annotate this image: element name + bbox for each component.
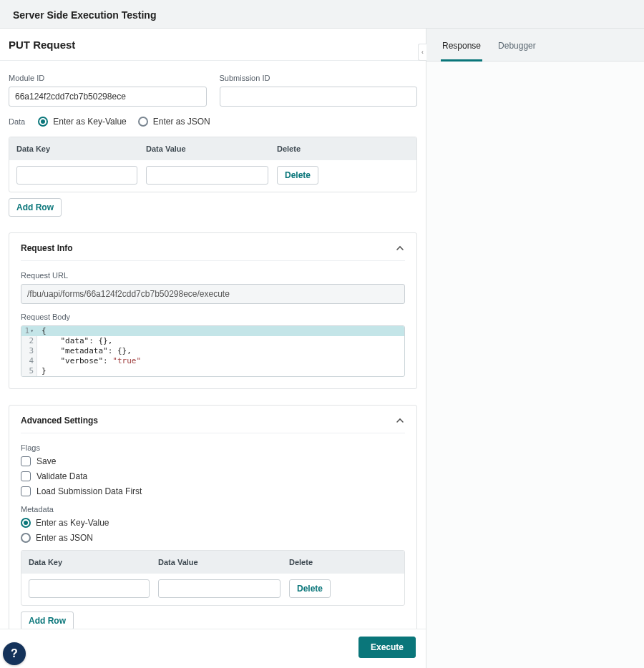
submission-id-label: Submission ID bbox=[220, 74, 418, 82]
code-line-5: } bbox=[37, 366, 47, 376]
data-kv-table: Data Key Data Value Delete Delete bbox=[9, 137, 417, 192]
left-panel: ‹ PUT Request Module ID Submission ID bbox=[0, 29, 426, 668]
submission-id-field: Submission ID bbox=[220, 74, 418, 107]
metadata-mode-json[interactable]: Enter as JSON bbox=[21, 533, 405, 543]
checkbox-icon bbox=[21, 471, 31, 481]
code-line-3: "metadata": {}, bbox=[37, 346, 132, 356]
tab-response[interactable]: Response bbox=[441, 41, 482, 62]
tabbar: Response Debugger bbox=[426, 29, 644, 62]
flag-save[interactable]: Save bbox=[21, 456, 405, 466]
page-title: Server Side Execution Testing bbox=[13, 9, 156, 21]
metadata-key-input[interactable] bbox=[29, 579, 150, 598]
flag-validate-label: Validate Data bbox=[36, 471, 87, 481]
form-body: Module ID Submission ID Data Enter as Ke… bbox=[0, 61, 426, 629]
metadata-col-value: Data Value bbox=[158, 558, 289, 566]
chevron-up-icon bbox=[396, 416, 404, 425]
advanced-collapse[interactable] bbox=[395, 416, 405, 426]
request-body-editor[interactable]: 1▾{ 2 "data": {}, 3 "metadata": {}, 4 "v… bbox=[21, 325, 405, 377]
panel-collapse-button[interactable]: ‹ bbox=[418, 44, 426, 61]
data-col-key: Data Key bbox=[15, 144, 146, 153]
flags-label: Flags bbox=[21, 443, 405, 452]
flag-save-label: Save bbox=[36, 456, 56, 466]
metadata-mode-keyvalue[interactable]: Enter as Key-Value bbox=[21, 518, 405, 528]
data-value-input[interactable] bbox=[146, 166, 268, 185]
code-line-1: { bbox=[37, 326, 47, 336]
form-title-bar: PUT Request bbox=[0, 29, 426, 61]
data-mode-json[interactable]: Enter as JSON bbox=[138, 117, 210, 127]
flag-load-first[interactable]: Load Submission Data First bbox=[21, 486, 405, 496]
request-body-label: Request Body bbox=[21, 313, 405, 321]
form-title: PUT Request bbox=[9, 39, 417, 51]
module-id-input[interactable] bbox=[9, 87, 207, 107]
metadata-add-row-button[interactable]: Add Row bbox=[21, 611, 74, 629]
table-row: Delete bbox=[9, 160, 416, 192]
data-mode-keyvalue-label: Enter as Key-Value bbox=[53, 117, 127, 127]
flag-load-first-label: Load Submission Data First bbox=[36, 486, 142, 496]
form-footer: Execute bbox=[0, 629, 426, 668]
advanced-settings-section: Advanced Settings Flags Save Validate Da… bbox=[9, 405, 417, 629]
radio-icon bbox=[138, 117, 148, 127]
tab-debugger[interactable]: Debugger bbox=[497, 41, 537, 62]
advanced-settings-title: Advanced Settings bbox=[21, 416, 98, 426]
metadata-col-delete: Delete bbox=[289, 558, 399, 566]
metadata-col-key: Data Key bbox=[27, 558, 158, 566]
data-row-delete-button[interactable]: Delete bbox=[277, 166, 318, 185]
flag-validate[interactable]: Validate Data bbox=[21, 471, 405, 481]
module-id-field: Module ID bbox=[9, 74, 207, 107]
data-mode-keyvalue[interactable]: Enter as Key-Value bbox=[38, 117, 127, 127]
module-id-label: Module ID bbox=[9, 74, 207, 82]
data-label: Data bbox=[9, 117, 25, 126]
radio-icon bbox=[21, 533, 31, 543]
metadata-value-input[interactable] bbox=[158, 579, 280, 598]
checkbox-icon bbox=[21, 486, 31, 496]
code-line-2: "data": {}, bbox=[37, 336, 112, 346]
data-key-input[interactable] bbox=[16, 166, 137, 185]
request-info-collapse[interactable] bbox=[395, 243, 405, 253]
page-header: Server Side Execution Testing bbox=[0, 0, 644, 29]
radio-icon bbox=[38, 117, 48, 127]
metadata-mode-json-label: Enter as JSON bbox=[36, 533, 93, 543]
data-mode-row: Data Enter as Key-Value Enter as JSON bbox=[9, 117, 417, 127]
request-url-input[interactable] bbox=[21, 284, 405, 304]
metadata-row-delete-button[interactable]: Delete bbox=[289, 579, 331, 598]
help-button[interactable]: ? bbox=[3, 642, 26, 665]
metadata-mode-keyvalue-label: Enter as Key-Value bbox=[36, 518, 109, 528]
data-mode-json-label: Enter as JSON bbox=[153, 117, 210, 127]
main: ‹ PUT Request Module ID Submission ID bbox=[0, 29, 644, 668]
request-info-title: Request Info bbox=[21, 243, 73, 253]
chevron-left-icon: ‹ bbox=[421, 49, 424, 56]
table-row: Delete bbox=[21, 574, 404, 605]
data-col-delete: Delete bbox=[277, 144, 411, 153]
chevron-up-icon bbox=[396, 244, 404, 252]
execute-button[interactable]: Execute bbox=[358, 637, 416, 658]
request-info-section: Request Info Request URL Request Body 1▾… bbox=[9, 232, 417, 389]
metadata-label: Metadata bbox=[21, 505, 405, 514]
submission-id-input[interactable] bbox=[220, 87, 418, 107]
data-add-row-button[interactable]: Add Row bbox=[9, 198, 62, 217]
right-panel: Response Debugger bbox=[426, 29, 644, 668]
request-url-label: Request URL bbox=[21, 271, 405, 280]
form-scroll[interactable]: PUT Request Module ID Submission ID Data bbox=[0, 29, 426, 629]
metadata-kv-table: Data Key Data Value Delete Delete bbox=[21, 550, 405, 606]
radio-icon bbox=[21, 518, 31, 528]
code-line-4: "verbose": "true" bbox=[37, 356, 141, 366]
help-icon: ? bbox=[11, 647, 18, 660]
checkbox-icon bbox=[21, 456, 31, 466]
data-col-value: Data Value bbox=[146, 144, 277, 153]
